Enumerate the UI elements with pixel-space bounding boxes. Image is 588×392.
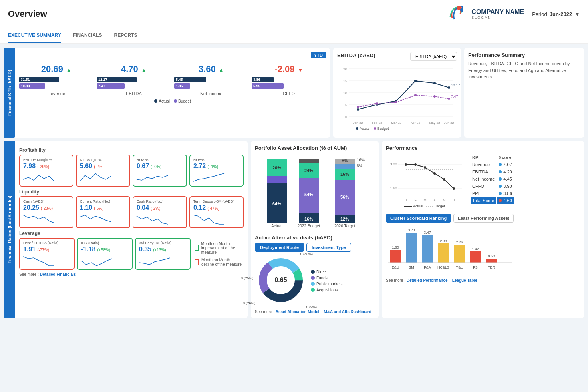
legend-red-box [195, 259, 199, 265]
tab-reports[interactable]: REPORTS [114, 28, 137, 43]
svg-point-27 [395, 101, 397, 103]
svg-text:15: 15 [343, 79, 347, 83]
tab-financials[interactable]: FINANCIALS [73, 28, 102, 43]
svg-point-30 [448, 98, 450, 100]
svg-point-25 [357, 106, 359, 108]
svg-text:26%: 26% [272, 165, 281, 170]
ratio-change-roa: (+0%) [151, 165, 161, 169]
kpi-value-netincome: 3.60 [199, 64, 216, 74]
ratio-change-icr: (+58%) [97, 248, 110, 252]
kpi-value-ebitda: 4.70 [121, 64, 138, 74]
ratio-card-roe: ROE% 2.72 (+1%) [189, 155, 244, 187]
svg-text:2026 Target: 2026 Target [334, 224, 356, 228]
mna-dashboard-link[interactable]: M&A and Alts Dashboard [324, 310, 371, 314]
svg-text:10: 10 [343, 91, 347, 95]
portfolio-tabs: Deployment Route Investment Type [255, 243, 375, 252]
tab-executive-summary[interactable]: EXECUTIVE SUMMARY [8, 28, 61, 43]
financial-kpis-label: Financial KPIs (bAED) [4, 48, 15, 138]
detailed-financials-link[interactable]: Detailed Financials [40, 272, 76, 277]
ratio-value-roa: 0.67 [137, 163, 149, 170]
svg-text:8%: 8% [342, 159, 348, 163]
kpi-card-ebitda: 4.70 ▲ 12.17 7.47 EBITDA [97, 64, 171, 96]
svg-rect-88 [390, 250, 401, 263]
asset-allocation-model-link[interactable]: Asset Allocation Model [276, 310, 320, 314]
ratio-title-roa: ROA % [137, 158, 183, 162]
actual-legend-dot [154, 99, 157, 103]
score-dot-cffo [499, 185, 502, 188]
donut-label-left: 0 (25%) [241, 276, 254, 280]
ebitda-section: EBITDA (bAED) EBITDA (bAED) 20 15 [333, 48, 461, 138]
company-slogan: SLOGAN [471, 16, 524, 20]
svg-text:T&L: T&L [456, 265, 463, 269]
kpi-arrow-cffo: ▼ [298, 67, 303, 73]
ratio-card-current-ratio: Current Ratio (No.) 1.10 (-6%) [76, 196, 130, 228]
ytd-badge: YTD [311, 52, 326, 58]
financial-ratios-section: Financial Ratios (Last 6 months) Profita… [4, 141, 248, 318]
sparkline-icr [81, 255, 129, 267]
period-selector[interactable]: Period Jun-2022 ▼ [532, 11, 580, 17]
deployment-route-tab[interactable]: Deployment Route [255, 243, 304, 252]
legend-public-markets: Public markets [311, 282, 343, 286]
ebitda-title: EBITDA (bAED) [337, 52, 375, 58]
public-markets-label: Public markets [316, 282, 343, 286]
portfolio-section: Portfolio Asset Allocation (% of AUM) 64… [251, 141, 379, 318]
sparkline-debt-ebitda [23, 255, 71, 267]
direct-label: Direct [316, 270, 327, 274]
period-dropdown-icon[interactable]: ▼ [574, 11, 580, 17]
performance-title: Performance [386, 145, 580, 151]
sparkline-roa [137, 171, 183, 183]
score-dot-total [499, 199, 502, 202]
svg-text:J: J [453, 198, 455, 202]
svg-text:Apr-22: Apr-22 [411, 121, 421, 125]
svg-text:0.50: 0.50 [488, 254, 495, 258]
ratio-card-cash: Cash (bAED) 20.25 (-28%) [19, 196, 74, 228]
legend-green: Month on Month improvement of the measur… [195, 241, 242, 255]
financial-kpis-section: Financial KPIs (bAED) YTD 20.69 ▲ [4, 48, 330, 138]
perf-kpi-total: Total Score [471, 197, 496, 204]
ebitda-dropdown[interactable]: EBITDA (bAED) [410, 52, 457, 61]
cluster-scorecard-tab[interactable]: Cluster Scorecard Ranking [386, 214, 451, 223]
sparkline-cash [23, 213, 70, 225]
performance-table-container: KPI Score Revenue 4.07 EBITDA [470, 153, 514, 211]
svg-text:F: F [414, 198, 417, 202]
investment-type-tab[interactable]: Investment Type [306, 243, 351, 252]
portfolio-see-more: See more : Asset Allocation Model M&A an… [255, 310, 375, 314]
svg-text:FS: FS [473, 265, 478, 269]
ratio-title-3rd-party-de: 3rd Party D/E(Ratio) [139, 241, 187, 245]
svg-point-22 [414, 80, 417, 82]
ratio-card-roa: ROA % 0.67 (+0%) [133, 155, 187, 187]
public-markets-dot [311, 282, 315, 286]
svg-text:M: M [423, 198, 427, 202]
sparkline-cash-ratio [137, 213, 183, 225]
ratio-card-debt-ebitda: Debt / EBITDA (Ratio) 1.91 (-77%) [19, 238, 75, 270]
svg-text:56%: 56% [340, 195, 349, 199]
ratio-change-cash: (-28%) [41, 206, 53, 211]
least-performing-tab[interactable]: Least Performing Assets [453, 214, 514, 223]
performance-chart-area: 3.00 1.60 J F M A M J [386, 153, 580, 211]
leverage-cards: Debt / EBITDA (Ratio) 1.91 (-77%) ICR (R… [19, 238, 244, 270]
performance-see-more: See more : Detailed Performance League T… [386, 278, 580, 283]
league-table-link[interactable]: League Table [452, 278, 477, 283]
svg-text:3.73: 3.73 [408, 228, 415, 232]
svg-point-81 [433, 172, 436, 175]
perf-score-ppi: 3.86 [503, 191, 512, 196]
donut-chart-svg: 0.65 [255, 254, 307, 306]
bottom-row: Financial Ratios (Last 6 months) Profita… [4, 141, 584, 318]
svg-text:Target: Target [435, 204, 445, 208]
perf-score-revenue: 4.07 [503, 162, 512, 167]
ratio-title-term-deposit: Term Deposit>3M (bAED) [193, 199, 240, 203]
svg-text:8%: 8% [357, 164, 363, 168]
perf-row-ebitda: EBITDA 4.20 [471, 169, 514, 175]
perf-score-cffo: 3.90 [503, 184, 512, 189]
kpi-bars-ebitda: 12.17 7.47 [97, 77, 171, 89]
score-dot-revenue [499, 163, 502, 166]
ratio-card-ebitda-margin: EBITDA Margin % 7.98 (-29%) [19, 155, 74, 187]
kpi-bars-netincome: 5.45 1.85 [174, 77, 248, 89]
legend-direct: Direct [311, 270, 343, 274]
detailed-performance-link[interactable]: Detailed Performance [407, 278, 448, 283]
perf-row-total: Total Score 1.60 [471, 197, 514, 204]
ratio-card-term-deposit: Term Deposit>3M (bAED) 0.12 (-47%) [189, 196, 244, 228]
cluster-tabs: Cluster Scorecard Ranking Least Performi… [386, 214, 580, 223]
ratio-title-ni-margin: N.I. Margin % [80, 158, 126, 162]
svg-text:16%: 16% [357, 158, 365, 162]
